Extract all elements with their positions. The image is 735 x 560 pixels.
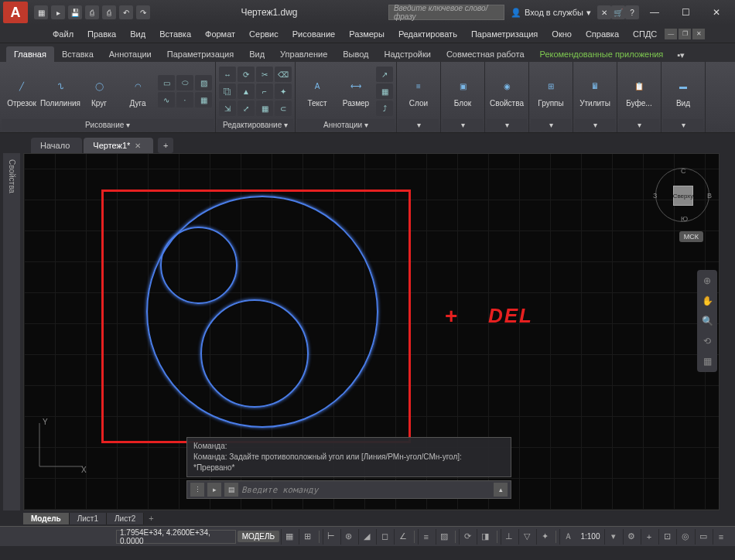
- redo-icon[interactable]: ↷: [136, 5, 150, 19]
- cycling-icon[interactable]: ⟳: [459, 529, 475, 545]
- scale-display[interactable]: 1:100: [577, 532, 603, 541]
- menu-parametric[interactable]: Параметризация: [465, 27, 544, 41]
- open-icon[interactable]: ▸: [51, 5, 65, 19]
- layout-sheet2[interactable]: Лист2: [107, 513, 144, 524]
- erase-icon[interactable]: ⌫: [275, 67, 292, 82]
- lineweight-icon[interactable]: ≡: [418, 529, 434, 545]
- signin-button[interactable]: 👤 Вход в службы ▾: [511, 8, 591, 18]
- cmd-handle-icon[interactable]: ⋮: [190, 483, 204, 497]
- menu-window[interactable]: Окно: [545, 27, 578, 41]
- ribbon-tab-manage[interactable]: Управление: [272, 46, 335, 62]
- ribbon-tab-addins[interactable]: Надстройки: [377, 46, 439, 62]
- menu-format[interactable]: Формат: [199, 27, 241, 41]
- layout-add-button[interactable]: +: [144, 512, 158, 524]
- rotate-icon[interactable]: ⟳: [238, 67, 255, 82]
- tab-start[interactable]: Начало: [31, 138, 82, 153]
- pan-icon[interactable]: ✋: [699, 293, 715, 309]
- panel-modify-title[interactable]: Редактирование ▾: [217, 119, 293, 131]
- cmd-expand-icon[interactable]: ▴: [494, 483, 508, 497]
- tab-drawing1[interactable]: Чертеж1*✕: [84, 138, 153, 153]
- clipboard-button[interactable]: 📋Буфе...: [620, 67, 658, 116]
- gizmo-icon[interactable]: ✦: [536, 529, 552, 545]
- close-button[interactable]: ✕: [701, 2, 732, 23]
- layout-sheet1[interactable]: Лист1: [70, 513, 107, 524]
- panel-draw-title[interactable]: Рисование ▾: [2, 119, 214, 131]
- menu-view[interactable]: Вид: [124, 27, 152, 41]
- offset-icon[interactable]: ⊂: [275, 101, 292, 116]
- status-model-button[interactable]: МОДЕЛЬ: [238, 531, 279, 542]
- ribbon-tab-output[interactable]: Вывод: [335, 46, 376, 62]
- 3dosnap-icon[interactable]: ◨: [477, 529, 493, 545]
- mirror-icon[interactable]: ▲: [238, 84, 255, 99]
- workspace-switch-icon[interactable]: ⚙: [623, 529, 639, 545]
- properties-button[interactable]: ◉Свойства: [488, 67, 525, 116]
- groups-button[interactable]: ⊞Группы: [532, 67, 569, 116]
- viewcube-e[interactable]: В: [707, 192, 712, 200]
- showmotion-icon[interactable]: ▦: [699, 353, 715, 369]
- circle-button[interactable]: ◯Круг: [80, 67, 118, 116]
- dimension-button[interactable]: ⟷Размер: [337, 67, 374, 116]
- minimize-button[interactable]: —: [639, 2, 670, 23]
- ribbon-tab-insert[interactable]: Вставка: [54, 46, 101, 62]
- tab-close-icon[interactable]: ✕: [135, 142, 141, 150]
- cmd-recent-icon[interactable]: ▸: [207, 483, 221, 497]
- stretch-icon[interactable]: ⇲: [219, 101, 236, 116]
- drawing-area[interactable]: + DEL Y X Сверху С В Ю З МСК ⊕ ✋ 🔍 ⟲ ▦ К…: [23, 153, 720, 510]
- line-button[interactable]: ╱Отрезок: [3, 67, 40, 116]
- menu-help[interactable]: Справка: [579, 27, 625, 41]
- region-icon[interactable]: ▦: [195, 92, 212, 108]
- save-icon[interactable]: 💾: [68, 5, 82, 19]
- menu-spds[interactable]: СПДС: [627, 27, 663, 41]
- explode-icon[interactable]: ✦: [275, 84, 292, 99]
- exchange-icon[interactable]: ✕: [597, 5, 611, 19]
- maximize-button[interactable]: ☐: [670, 2, 701, 23]
- leader-icon[interactable]: ↗: [376, 67, 393, 82]
- drawing-circle-small[interactable]: [160, 227, 238, 304]
- isolate-icon[interactable]: ◎: [676, 529, 692, 545]
- grid-toggle-icon[interactable]: ▦: [281, 529, 297, 545]
- rect-icon[interactable]: ▭: [158, 75, 175, 90]
- command-line[interactable]: ⋮ ▸ ▤ Введите команду ▴: [186, 480, 511, 499]
- viewcube-s[interactable]: Ю: [681, 215, 688, 223]
- menu-service[interactable]: Сервис: [243, 27, 285, 41]
- ribbon-tab-annotate[interactable]: Аннотации: [101, 46, 159, 62]
- scale-icon[interactable]: ⤢: [238, 101, 255, 116]
- viewcube-top-face[interactable]: Сверху: [673, 186, 693, 206]
- menu-insert[interactable]: Вставка: [153, 27, 197, 41]
- arc-button[interactable]: ◠Дуга: [119, 67, 156, 116]
- layout-model[interactable]: Модель: [23, 513, 70, 524]
- selection-filter-icon[interactable]: ▽: [518, 529, 535, 545]
- ribbon-tab-collab[interactable]: Совместная работа: [439, 46, 532, 62]
- properties-palette[interactable]: Свойства: [3, 153, 20, 510]
- annotation-monitor-icon[interactable]: +: [641, 529, 657, 545]
- text-button[interactable]: AТекст: [299, 67, 336, 116]
- saveas-icon[interactable]: ⎙: [85, 5, 99, 19]
- doc-restore-button[interactable]: ❐: [679, 29, 691, 39]
- viewcube-w[interactable]: З: [653, 192, 657, 200]
- hardware-accel-icon[interactable]: ⊡: [658, 529, 675, 545]
- search-input[interactable]: Введите ключевое слово/фразу: [388, 5, 504, 20]
- menu-dimensions[interactable]: Размеры: [343, 27, 391, 41]
- ellipse-icon[interactable]: ⬭: [176, 75, 193, 90]
- viewcube-n[interactable]: С: [681, 167, 686, 175]
- polyline-button[interactable]: ᔐПолилиния: [42, 67, 79, 116]
- cleanscreen-icon[interactable]: ▭: [695, 529, 711, 545]
- point-icon[interactable]: ·: [176, 92, 193, 108]
- wcs-badge[interactable]: МСК: [679, 231, 703, 242]
- viewcube[interactable]: Сверху С В Ю З: [655, 168, 709, 222]
- doc-close-button[interactable]: ✕: [692, 29, 705, 39]
- undo-icon[interactable]: ↶: [119, 5, 133, 19]
- viewcube-ring[interactable]: Сверху С В Ю З: [655, 168, 709, 222]
- array-icon[interactable]: ▦: [256, 101, 273, 116]
- isodraft-icon[interactable]: ◢: [358, 529, 374, 545]
- menu-file[interactable]: Файл: [46, 27, 80, 41]
- transparency-icon[interactable]: ▨: [436, 529, 452, 545]
- zoom-icon[interactable]: 🔍: [699, 313, 715, 329]
- help-icon[interactable]: ?: [625, 5, 639, 19]
- ribbon-tab-featured[interactable]: Рекомендованные приложения: [532, 46, 672, 62]
- app-logo[interactable]: A: [3, 2, 28, 23]
- hatch-icon[interactable]: ▨: [195, 75, 212, 90]
- block-button[interactable]: ▣Блок: [444, 67, 481, 116]
- command-input[interactable]: Введите команду: [241, 485, 491, 495]
- osnap-icon[interactable]: ◻: [376, 529, 392, 545]
